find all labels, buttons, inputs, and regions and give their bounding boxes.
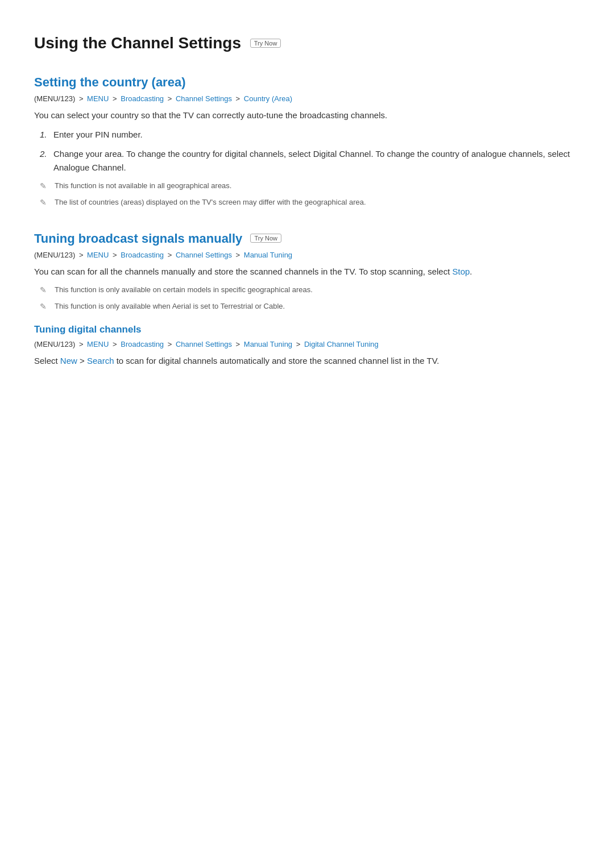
digital-body: Select New > Search to scan for digital … bbox=[34, 354, 580, 368]
country-body: You can select your country so that the … bbox=[34, 109, 580, 122]
country-notes: ✎ This function is not available in all … bbox=[34, 180, 580, 209]
new-link[interactable]: New bbox=[60, 356, 77, 366]
section-tuning-broadcast: Tuning broadcast signals manually Try No… bbox=[34, 231, 580, 368]
subsection-tuning-digital: Tuning digital channels (MENU/123) > MEN… bbox=[34, 324, 580, 368]
digital-channel-link[interactable]: Digital Channel bbox=[313, 149, 371, 159]
search-link[interactable]: Search bbox=[87, 356, 114, 366]
pencil-icon-4: ✎ bbox=[40, 301, 51, 313]
country-steps: 1. Enter your PIN number. 2. Change your… bbox=[34, 128, 580, 175]
section-title-country: Setting the country (area) bbox=[34, 75, 580, 90]
stop-link[interactable]: Stop bbox=[452, 267, 470, 276]
subsection-title-digital: Tuning digital channels bbox=[34, 324, 580, 335]
terrestrial-link[interactable]: Terrestrial bbox=[221, 302, 253, 310]
note-1: ✎ This function is not available in all … bbox=[40, 180, 580, 192]
tuning-body: You can scan for all the channels manual… bbox=[34, 265, 580, 279]
tuning-note-1: ✎ This function is only available on cer… bbox=[40, 284, 580, 296]
try-now-badge-main[interactable]: Try Now bbox=[250, 39, 281, 48]
tuning-notes: ✎ This function is only available on cer… bbox=[34, 284, 580, 313]
breadcrumb-country: (MENU/123) > MENU > Broadcasting > Chann… bbox=[34, 94, 580, 103]
try-now-badge-tuning[interactable]: Try Now bbox=[250, 234, 281, 243]
section-title-tuning: Tuning broadcast signals manually Try No… bbox=[34, 231, 580, 246]
pencil-icon-1: ✎ bbox=[40, 180, 51, 192]
aerial-link[interactable]: Aerial bbox=[172, 302, 191, 310]
page-title: Using the Channel Settings Try Now bbox=[34, 34, 580, 52]
tuning-note-2: ✎ This function is only available when A… bbox=[40, 301, 580, 313]
step-1: 1. Enter your PIN number. bbox=[40, 128, 580, 142]
step-2: 2. Change your area. To change the count… bbox=[40, 147, 580, 175]
pencil-icon-3: ✎ bbox=[40, 284, 51, 296]
breadcrumb-tuning: (MENU/123) > MENU > Broadcasting > Chann… bbox=[34, 251, 580, 259]
breadcrumb-digital: (MENU/123) > MENU > Broadcasting > Chann… bbox=[34, 340, 580, 348]
section-setting-country: Setting the country (area) (MENU/123) > … bbox=[34, 75, 580, 209]
page-title-text: Using the Channel Settings bbox=[34, 34, 241, 52]
pencil-icon-2: ✎ bbox=[40, 197, 51, 209]
analogue-channel-link[interactable]: Analogue Channel bbox=[53, 163, 123, 172]
note-2: ✎ The list of countries (areas) displaye… bbox=[40, 197, 580, 209]
cable-link[interactable]: Cable bbox=[264, 302, 283, 310]
